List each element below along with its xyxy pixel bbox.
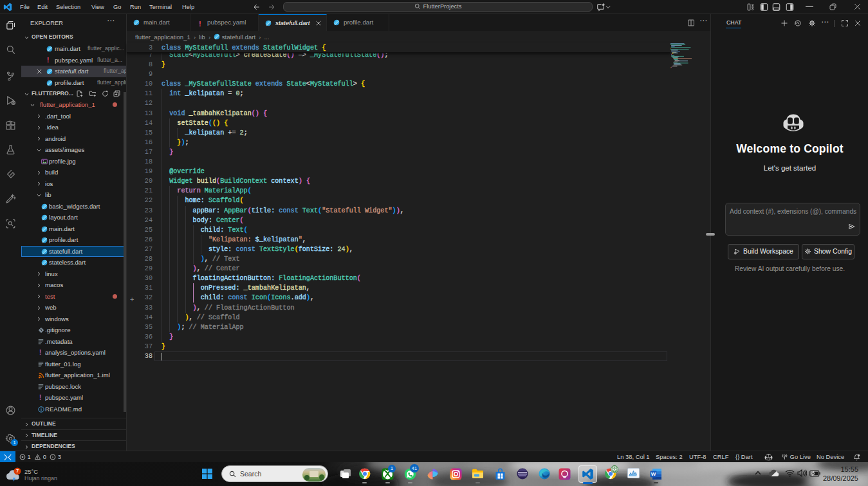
svg-text:7: 7 [16, 468, 19, 474]
svg-text:W: W [651, 471, 656, 477]
